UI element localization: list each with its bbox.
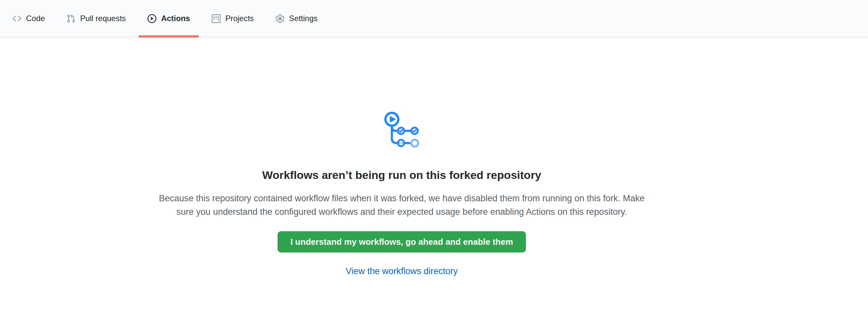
tab-projects-label: Projects bbox=[225, 14, 254, 22]
view-workflows-directory-link[interactable]: View the workflows directory bbox=[346, 266, 458, 276]
tab-projects[interactable]: Projects bbox=[203, 0, 263, 37]
tab-pull-requests-label: Pull requests bbox=[80, 14, 126, 22]
gear-icon bbox=[276, 14, 284, 23]
tab-actions[interactable]: Actions bbox=[138, 0, 199, 37]
git-pull-request-icon bbox=[66, 14, 75, 23]
workflow-illustration-icon bbox=[384, 111, 420, 148]
actions-blankslate: Workflows aren’t being run on this forke… bbox=[0, 37, 803, 276]
tab-actions-label: Actions bbox=[161, 14, 190, 22]
enable-workflows-button[interactable]: I understand my workflows, go ahead and … bbox=[278, 231, 526, 252]
tab-settings-label: Settings bbox=[289, 14, 318, 22]
description-line-2: sure you understand the configured workf… bbox=[0, 205, 803, 219]
description-line-1: Because this repository contained workfl… bbox=[0, 192, 803, 205]
code-icon bbox=[12, 14, 22, 23]
repo-tab-bar: Code Pull requests Actions Projects Sett… bbox=[0, 0, 868, 37]
workflows-link-row: View the workflows directory bbox=[0, 266, 803, 276]
blankslate-heading: Workflows aren’t being run on this forke… bbox=[0, 167, 803, 183]
project-icon bbox=[212, 14, 221, 23]
blankslate-description: Because this repository contained workfl… bbox=[0, 192, 803, 219]
tab-code[interactable]: Code bbox=[4, 0, 54, 37]
tab-settings[interactable]: Settings bbox=[267, 0, 327, 37]
tab-pull-requests[interactable]: Pull requests bbox=[58, 0, 135, 37]
play-icon bbox=[148, 14, 156, 23]
tab-code-label: Code bbox=[26, 14, 45, 22]
